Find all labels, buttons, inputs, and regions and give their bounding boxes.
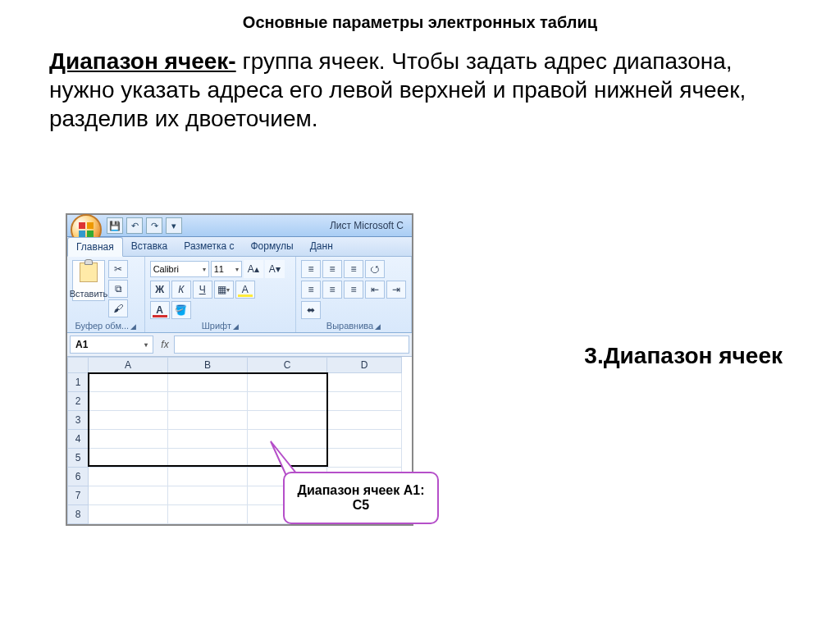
tab-formulas[interactable]: Формулы	[243, 237, 302, 256]
merge-icon[interactable]: ⬌	[301, 301, 321, 319]
col-header-b[interactable]: B	[168, 357, 248, 373]
format-painter-icon[interactable]: 🖌	[108, 299, 128, 317]
align-bottom-icon[interactable]: ≡	[344, 260, 363, 278]
bold-button[interactable]: Ж	[150, 281, 170, 299]
increase-indent-icon[interactable]: ⇥	[386, 281, 406, 299]
copy-icon[interactable]: ⧉	[108, 280, 128, 298]
decrease-indent-icon[interactable]: ⇤	[365, 281, 385, 299]
formula-bar-row: A1▾ fx	[67, 333, 412, 357]
align-left-icon[interactable]: ≡	[301, 281, 321, 299]
name-box[interactable]: A1▾	[70, 336, 153, 354]
alignment-group-label: Выравнива	[326, 321, 373, 331]
fill-icon[interactable]: 🪣	[171, 301, 191, 319]
tab-data[interactable]: Данн	[302, 237, 341, 256]
ribbon: Вставить ✂ ⧉ 🖌 Буфер обм...◢ Calibri▾ 11…	[67, 257, 412, 333]
fill-color-icon[interactable]: A	[235, 281, 255, 299]
font-size-combo[interactable]: 11▾	[211, 261, 242, 277]
select-all-corner[interactable]	[67, 357, 89, 373]
quick-access-toolbar: 💾 ↶ ↷ ▾	[107, 217, 182, 234]
clipboard-group-label: Буфер обм...	[75, 321, 130, 331]
undo-icon[interactable]: ↶	[126, 217, 143, 234]
border-icon[interactable]: ▦▾	[214, 281, 234, 299]
row-header[interactable]: 8	[67, 505, 89, 524]
clipboard-icon	[80, 262, 98, 282]
col-header-c[interactable]: C	[248, 357, 327, 373]
align-center-icon[interactable]: ≡	[322, 281, 342, 299]
row-header[interactable]: 1	[67, 373, 89, 392]
font-group-label: Шрифт	[202, 321, 231, 331]
tab-pagelayout[interactable]: Разметка с	[176, 237, 242, 256]
align-middle-icon[interactable]: ≡	[322, 260, 342, 278]
section-label: 3.Диапазон ячеек	[584, 343, 783, 369]
formula-bar[interactable]	[174, 336, 409, 354]
row-header[interactable]: 2	[67, 392, 89, 411]
save-icon[interactable]: 💾	[107, 217, 123, 234]
col-header-d[interactable]: D	[327, 357, 402, 373]
row-header[interactable]: 5	[67, 449, 89, 468]
align-right-icon[interactable]: ≡	[344, 281, 363, 299]
italic-button[interactable]: К	[171, 281, 191, 299]
ribbon-group-clipboard: Вставить ✂ ⧉ 🖌 Буфер обм...◢	[67, 257, 145, 332]
callout-box: Диапазон ячеек А1: С5	[283, 472, 439, 524]
ribbon-tabs: Главная Вставка Разметка с Формулы Данн	[67, 237, 412, 257]
slide-title: Основные параметры электронных таблиц	[0, 13, 840, 32]
row-header[interactable]: 7	[67, 486, 89, 505]
qat-more-icon[interactable]: ▾	[166, 217, 182, 234]
tab-home[interactable]: Главная	[67, 237, 123, 257]
underline-button[interactable]: Ч	[193, 281, 212, 299]
row-header[interactable]: 4	[67, 430, 89, 449]
grow-font-icon[interactable]: A▴	[244, 260, 263, 278]
row-header[interactable]: 6	[67, 468, 89, 486]
window-title: Лист Microsoft С	[330, 220, 409, 231]
titlebar: 💾 ↶ ↷ ▾ Лист Microsoft С	[67, 215, 412, 237]
row-header[interactable]: 3	[67, 411, 89, 430]
ribbon-group-font: Calibri▾ 11▾ A▴ A▾ Ж К Ч ▦▾ A A 🪣 Шрифт◢	[145, 257, 296, 332]
tab-insert[interactable]: Вставка	[123, 237, 176, 256]
term: Диапазон ячеек-	[49, 48, 236, 74]
cut-icon[interactable]: ✂	[108, 260, 128, 278]
col-header-a[interactable]: A	[89, 357, 168, 373]
font-color-icon[interactable]: A	[150, 301, 170, 319]
fx-icon[interactable]: fx	[156, 333, 174, 356]
paste-button[interactable]: Вставить	[72, 260, 105, 301]
font-name-combo[interactable]: Calibri▾	[150, 261, 209, 277]
redo-icon[interactable]: ↷	[146, 217, 162, 234]
definition-paragraph: Диапазон ячеек- группа ячеек. Чтобы зада…	[49, 47, 791, 133]
align-top-icon[interactable]: ≡	[301, 260, 321, 278]
paste-label: Вставить	[70, 289, 108, 299]
ribbon-group-alignment: ≡ ≡ ≡ ⭯ ≡ ≡ ≡ ⇤ ⇥ ⬌ Выравнива◢	[296, 257, 412, 332]
callout-text: Диапазон ячеек А1: С5	[291, 483, 431, 513]
shrink-font-icon[interactable]: A▾	[265, 260, 285, 278]
orientation-icon[interactable]: ⭯	[365, 260, 385, 278]
